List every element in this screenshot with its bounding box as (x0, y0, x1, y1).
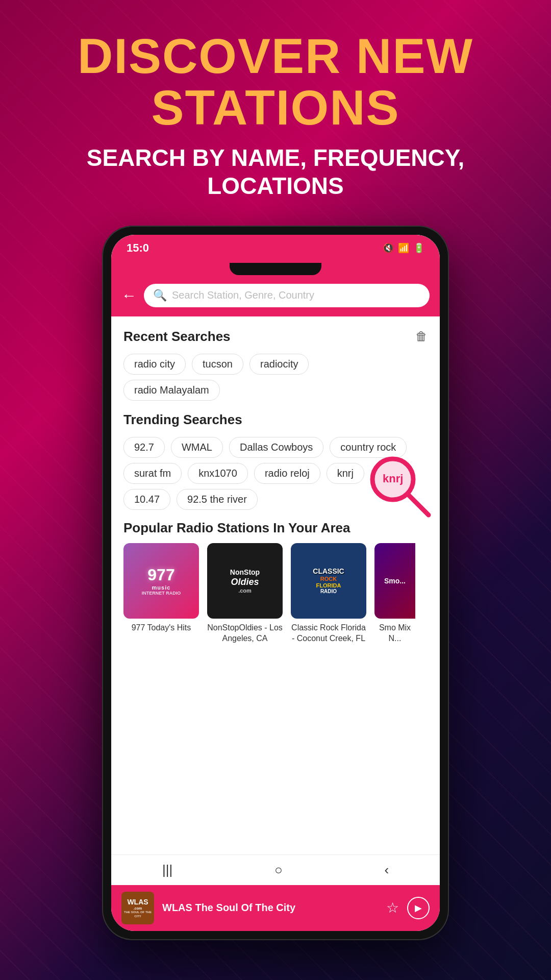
nav-home-icon[interactable]: ○ (274, 862, 283, 878)
wifi-icon: 📶 (398, 242, 409, 254)
trending-tags-row-2: surat fm knx1070 radio reloj knrj knrj (123, 463, 428, 484)
tag-radio-city[interactable]: radio city (123, 354, 186, 375)
tag-10-47[interactable]: 10.47 (123, 489, 170, 510)
trending-searches-header: Trending Searches (123, 412, 428, 428)
search-input[interactable]: Search Station, Genre, Country (172, 289, 420, 301)
station-logo-classic: CLASSIC ROCK FLORIDA RADIO (291, 543, 366, 619)
player-thumb: WLAS .com THE SOUL OF THE CITY (121, 892, 154, 924)
status-bar: 15:0 🔇 📶 🔋 (111, 235, 440, 261)
tag-radiocity[interactable]: radiocity (249, 354, 309, 375)
tag-92-7[interactable]: 92.7 (123, 437, 165, 458)
search-icon: 🔍 (153, 289, 167, 302)
stations-row: 977 music INTERNET RADIO 977 Today's Hit… (123, 543, 428, 644)
content-area: Recent Searches 🗑 radio city tucson radi… (111, 316, 440, 644)
tag-surat-fm[interactable]: surat fm (123, 463, 182, 484)
station-logo-nonstop: NonStop Oldies .com (207, 543, 283, 619)
station-card-smooth[interactable]: Smo... Smo Mix N... (374, 543, 415, 644)
play-button[interactable]: ▶ (407, 897, 430, 919)
notch (230, 263, 321, 275)
tag-wmal[interactable]: WMAL (171, 437, 223, 458)
tag-radio-reloj[interactable]: radio reloj (254, 463, 320, 484)
bottom-player[interactable]: WLAS .com THE SOUL OF THE CITY WLAS The … (111, 885, 440, 931)
mute-icon: 🔇 (383, 242, 394, 254)
station-name-nonstop: NonStopOldies - Los Angeles, CA (207, 623, 283, 644)
tag-tucson[interactable]: tucson (192, 354, 243, 375)
headline-subtitle: SEARCH BY NAME, FREQUENCY, LOCATIONS (31, 144, 520, 200)
page-wrapper: DISCOVER NEW STATIONS SEARCH BY NAME, FR… (0, 0, 551, 980)
trending-section: Trending Searches 92.7 WMAL Dallas Cowbo… (123, 412, 428, 510)
tag-knrj[interactable]: knrj (327, 463, 364, 484)
search-bar-area: ← 🔍 Search Station, Genre, Country (111, 277, 440, 316)
tag-country-rock[interactable]: country rock (330, 437, 407, 458)
tag-dallas-cowboys[interactable]: Dallas Cowboys (229, 437, 323, 458)
phone-inner: 15:0 🔇 📶 🔋 ← 🔍 Search Station, Genre, Co… (111, 235, 440, 931)
popular-stations-section: Popular Radio Stations In Your Area 977 … (123, 520, 428, 644)
tag-92-5-river[interactable]: 92.5 the river (177, 489, 258, 510)
station-card-977[interactable]: 977 music INTERNET RADIO 977 Today's Hit… (123, 543, 199, 644)
search-input-wrapper[interactable]: 🔍 Search Station, Genre, Country (144, 284, 430, 307)
headline: DISCOVER NEW STATIONS SEARCH BY NAME, FR… (0, 31, 551, 200)
battery-icon: 🔋 (413, 242, 424, 254)
status-icons: 🔇 📶 🔋 (383, 242, 424, 254)
headline-title: DISCOVER NEW STATIONS (31, 31, 520, 134)
station-card-classic[interactable]: CLASSIC ROCK FLORIDA RADIO Classic Rock … (291, 543, 366, 644)
nav-bar: ||| ○ ‹ (111, 854, 440, 885)
status-time: 15:0 (127, 241, 149, 255)
recent-searches-header: Recent Searches 🗑 (123, 329, 428, 345)
recent-tags-row: radio city tucson radiocity (123, 354, 428, 375)
station-name-977: 977 Today's Hits (132, 623, 191, 633)
trending-searches-title: Trending Searches (123, 412, 242, 428)
notch-area (111, 261, 440, 277)
station-name-smooth: Smo Mix N... (374, 623, 415, 644)
player-title: WLAS The Soul Of The City (162, 902, 378, 914)
station-name-classic: Classic Rock Florida - Coconut Creek, FL (291, 623, 366, 644)
trash-icon[interactable]: 🗑 (415, 329, 428, 344)
back-button[interactable]: ← (121, 287, 137, 304)
svg-text:knrj: knrj (383, 472, 403, 485)
tag-radio-malayalam[interactable]: radio Malayalam (123, 380, 220, 401)
popular-stations-title: Popular Radio Stations In Your Area (123, 520, 428, 536)
phone-mockup: 15:0 🔇 📶 🔋 ← 🔍 Search Station, Genre, Co… (102, 226, 449, 940)
nav-menu-icon[interactable]: ||| (162, 862, 172, 878)
recent-searches-title: Recent Searches (123, 329, 231, 345)
trending-tags-row-1: 92.7 WMAL Dallas Cowboys country rock (123, 437, 428, 458)
star-icon[interactable]: ☆ (386, 899, 399, 916)
nav-back-icon[interactable]: ‹ (384, 862, 389, 878)
station-card-nonstop[interactable]: NonStop Oldies .com NonStopOldies - Los … (207, 543, 283, 644)
tag-knx1070[interactable]: knx1070 (188, 463, 248, 484)
trending-tags-row-3: 10.47 92.5 the river (123, 489, 428, 510)
recent-tags-row-2: radio Malayalam (123, 380, 428, 401)
station-logo-smooth: Smo... (374, 543, 415, 619)
station-logo-977: 977 music INTERNET RADIO (123, 543, 199, 619)
